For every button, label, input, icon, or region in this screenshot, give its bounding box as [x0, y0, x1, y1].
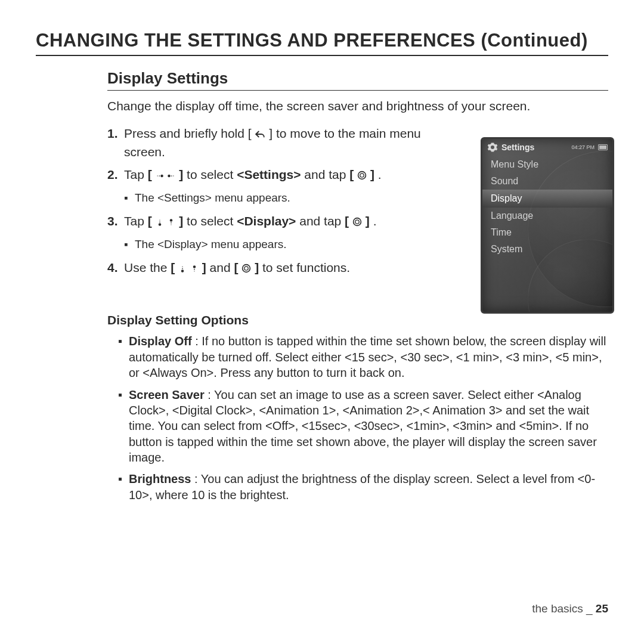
step-text: [ [148, 214, 152, 228]
step-text: to set functions. [262, 261, 350, 274]
step-text: Press and briefly hold [ [124, 126, 252, 140]
step-2: 2. Tap [ ] [107, 166, 465, 184]
step-text: [ [349, 168, 354, 181]
device-title: Settings [501, 143, 534, 152]
page-title: CHANGING THE SETTINGS AND PREFERENCES (C… [36, 30, 608, 56]
bullet-icon: ▪ [118, 333, 129, 380]
svg-point-13 [171, 224, 172, 225]
step-text: to select [187, 168, 237, 181]
battery-icon [598, 144, 608, 150]
svg-point-15 [355, 220, 359, 224]
step-number: 2. [107, 166, 124, 184]
step-text: Use the [124, 261, 171, 274]
step-text: ] [255, 261, 259, 274]
step-1: 1. Press and briefly hold [ ] to move to… [107, 125, 465, 160]
bullet-icon: ▪ [124, 237, 135, 252]
device-menu-item: Time [482, 224, 612, 241]
bullet-icon: ▪ [118, 471, 129, 503]
step-text: [ [345, 214, 349, 228]
svg-point-2 [157, 175, 157, 176]
touch-down-icon [167, 214, 175, 231]
svg-point-19 [193, 265, 196, 268]
option-screen-saver: ▪ Screen Saver : You can set an image to… [118, 387, 608, 466]
step-text: ] [366, 214, 370, 228]
option-name: Brightness [129, 472, 191, 485]
section-title: Display Settings [107, 69, 608, 91]
svg-point-6 [358, 172, 366, 179]
step-text: [ [148, 168, 152, 181]
svg-point-22 [243, 265, 250, 273]
option-display-off: ▪ Display Off : If no button is tapped w… [118, 333, 608, 380]
gear-icon [487, 142, 498, 153]
step-4: 4. Use the [ [107, 259, 465, 277]
options-heading: Display Setting Options [107, 313, 608, 327]
svg-point-1 [159, 175, 160, 177]
step-3: 3. Tap [ ] [107, 213, 465, 231]
svg-point-9 [159, 221, 160, 222]
select-button-icon [357, 168, 367, 184]
svg-point-12 [171, 222, 172, 224]
device-menu-item: Language [482, 208, 612, 224]
step-text: [ [234, 261, 238, 274]
svg-point-23 [244, 267, 248, 270]
footer-page-number: 25 [596, 602, 608, 615]
option-name: Screen Saver [129, 388, 205, 401]
step-text: Tap [124, 214, 148, 228]
option-name: Display Off [129, 335, 192, 348]
steps-list: 1. Press and briefly hold [ ] to move to… [107, 125, 465, 277]
step-text: and tap [299, 214, 345, 228]
substep-text: The <Settings> menu appears. [135, 190, 290, 206]
touch-right-icon [167, 168, 175, 184]
device-menu: Menu StyleSoundDisplayLanguageTimeSystem [482, 156, 612, 258]
select-button-icon [242, 261, 251, 277]
step-text: <Settings> [237, 168, 301, 181]
option-brightness: ▪ Brightness : You can adjust the bright… [118, 471, 608, 503]
step-number: 3. [107, 213, 124, 231]
step-number: 1. [107, 125, 124, 160]
options-list: ▪ Display Off : If no button is tapped w… [118, 333, 608, 503]
device-status-bar: Settings 04:27 PM [482, 139, 612, 154]
svg-point-5 [174, 175, 174, 176]
footer-section: the basics _ [532, 602, 596, 615]
svg-point-14 [354, 218, 361, 226]
svg-point-11 [170, 219, 172, 221]
touch-up-icon [156, 214, 164, 231]
step-2-sub: ▪ The <Settings> menu appears. [124, 190, 465, 206]
option-body: : If no button is tapped within the time… [129, 335, 606, 379]
step-number: 4. [107, 259, 124, 277]
step-text: ] [179, 214, 183, 228]
intro-paragraph: Change the display off time, the screen … [107, 98, 608, 114]
bullet-icon: ▪ [118, 387, 129, 466]
svg-point-17 [182, 268, 183, 269]
device-menu-item: Sound [482, 173, 612, 190]
step-text: ] [179, 168, 183, 181]
step-text: [ [171, 261, 175, 274]
step-text: ] [202, 261, 206, 274]
option-body: : You can adjust the brightness of the d… [129, 472, 595, 501]
svg-point-8 [158, 223, 160, 225]
step-text: and [210, 261, 234, 274]
substep-text: The <Display> menu appears. [135, 237, 287, 252]
svg-point-21 [194, 271, 194, 271]
svg-point-3 [168, 175, 171, 177]
svg-point-10 [159, 220, 160, 221]
touch-up-icon [178, 261, 187, 277]
step-text: <Display> [237, 214, 296, 228]
bullet-icon: ▪ [124, 190, 135, 206]
svg-point-18 [182, 267, 182, 267]
svg-point-4 [171, 175, 172, 177]
device-menu-item: Display [482, 190, 612, 208]
step-text: Tap [124, 168, 148, 181]
device-menu-item: System [482, 241, 612, 258]
device-menu-item: Menu Style [482, 156, 612, 173]
page-footer: the basics _ 25 [532, 602, 608, 615]
svg-point-20 [194, 269, 195, 270]
step-3-sub: ▪ The <Display> menu appears. [124, 237, 465, 252]
step-text: ] [370, 168, 374, 181]
step-text: to select [187, 214, 237, 228]
svg-point-7 [360, 174, 364, 177]
device-clock: 04:27 PM [571, 144, 595, 150]
step-text: and tap [304, 168, 349, 181]
step-text: . [378, 168, 382, 181]
touch-left-icon [156, 168, 164, 184]
